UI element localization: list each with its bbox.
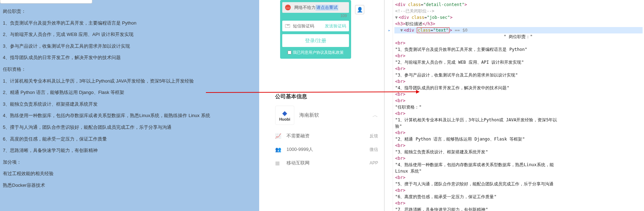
agree-checkbox[interactable] [288,51,291,54]
side-link-app[interactable]: APP [370,160,378,165]
selected-node[interactable]: ▸ … ▼<div class="text"> == $0 [394,27,643,33]
profile-icon[interactable]: 👤 [355,5,364,14]
qual-line: 1、计算机相关专业本科及以上学历，3年以上Python或 JAVA开发经验，资深… [3,76,256,86]
duty-line: 1、负责测试平台及提升效率的工具开发，主要编程语言是 Python [3,18,256,28]
duty-line: 2、与前端开发人员合作，完成 WEB 应用、API 设计和开发实现 [3,30,256,40]
job-description-panel: 岗位职责： 1、负责测试平台及提升效率的工具开发，主要编程语言是 Python … [0,0,259,211]
flame-icon: ◆ [282,109,287,117]
extra-line: 熟悉Docker容器技术 [3,180,256,191]
duty-line: 3、参与产品设计，收集测试平台及工具的需求并加以设计实现 [3,41,256,52]
qual-line: 3、能独立负责系统设计、框架搭建及系统开发 [3,99,256,110]
error-icon: — [285,5,291,10]
error-row: — 网络不给力 请点击重试 109 [282,2,349,13]
extra-line: 有过工程效能的相关经验 [3,169,256,179]
agree-text: 我已同意用户协议及隐私政策 [293,50,344,55]
duty-line: 4、指导团队成员的日常开发工作，解决开发中的技术问题 [3,53,256,63]
error-text: 网络不给力 [294,5,316,11]
login-card: — 网络不给力 请点击重试 109 短信验证码 发送验证码 登录/注册 我已同意… [280,0,351,59]
sms-placeholder: 短信验证码 [293,23,314,29]
login-register-button[interactable]: 登录/注册 [282,34,349,47]
qual-line: 4、熟练使用一种数据库，包括内存数据库或者关系型数据库，熟悉Linux系统，能熟… [3,111,256,121]
grid-icon: ▦ [275,160,282,166]
qual-title: 任职资格： [3,64,256,75]
qual-line: 6、高度的责任感，能承受一定压力，保证工作质量 [3,134,256,144]
duties-title: 岗位职责： [3,6,256,17]
company-info-heading: 公司基本信息 [275,93,382,100]
company-name: 海南新软 [299,112,319,118]
qual-line: 7、思路清晰，具备快速学习能力，有创新精神 [3,146,256,156]
info-label: 不需要融资 [286,133,310,139]
company-info-row: ▦ 移动互联网 APP [275,156,382,170]
chevron-up-icon[interactable]: ︿ [372,112,378,119]
info-label: 1000-9999人 [286,146,313,153]
qual-line: 5、擅于与人沟通，团队合作意识较好，能配合团队成员完成工作，乐于分享与沟通 [3,122,256,133]
logo-text: Huobi [279,117,290,121]
side-link-wechat[interactable]: 微信 [370,147,378,153]
html-comment: <!--已关闭职位--> [395,9,435,14]
char-count: 109 [340,14,347,18]
side-link-feedback[interactable]: 反馈 [370,133,378,139]
send-code-button[interactable]: 发送验证码 [325,23,346,29]
envelope-icon [285,24,290,28]
extra-title: 加分项： [3,157,256,168]
people-icon: 👥 [275,147,282,152]
chart-icon: 📈 [275,133,282,139]
company-info-row: 📈 不需要融资 反馈 [275,129,382,143]
company-logo: ◆ Huobi [275,106,294,125]
info-label: 移动互联网 [286,160,310,166]
retry-link[interactable]: 请点击重试 [316,5,338,11]
agree-row[interactable]: 我已同意用户协议及隐私政策 [282,50,349,57]
company-info-section: 公司基本信息 ◆ Huobi 海南新软 ︿ 📈 不需要融资 反馈 👥 1000-… [275,93,382,170]
elements-tree[interactable]: <div class="detail-content"> <!--已关闭职位--… [384,0,644,211]
company-header-row[interactable]: ◆ Huobi 海南新软 ︿ [275,106,382,125]
devtools-panel[interactable]: <div class="detail-content"> <!--已关闭职位--… [384,0,644,211]
tab-edge [0,0,92,4]
sms-input-row[interactable]: 短信验证码 发送验证码 [282,21,349,31]
company-info-row: 👥 1000-9999人 微信 [275,143,382,156]
